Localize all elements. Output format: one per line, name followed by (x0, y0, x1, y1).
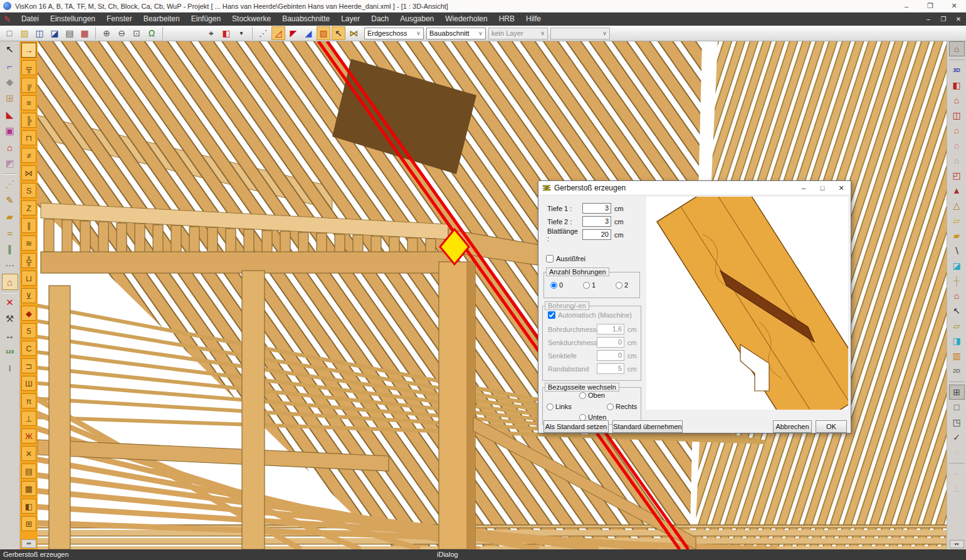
layout-split-icon[interactable]: ◳ (949, 415, 965, 430)
new-file-icon[interactable]: □ (3, 26, 16, 40)
butt-joint-icon[interactable]: ⊥ (21, 411, 36, 426)
pipe-grayed-icon[interactable]: ⌐ (949, 466, 965, 481)
select-cursor-icon[interactable]: ↖ (2, 41, 18, 58)
layout-check-icon[interactable]: ✓ (949, 430, 965, 445)
portal-joint-icon[interactable]: π (21, 393, 36, 408)
floorplan-tool-icon[interactable]: ◣ (2, 106, 18, 123)
layout-single-icon[interactable]: □ (949, 400, 965, 415)
house-roof-icon[interactable]: ⌂ (949, 123, 965, 138)
truss-red-icon[interactable]: ▲ (949, 183, 965, 198)
cross-lap-icon[interactable]: ╬ (21, 253, 36, 268)
joint-toolbar-scroll-down[interactable]: ▾▾ (21, 539, 36, 548)
view-3d-icon[interactable]: 3D (949, 63, 965, 78)
section-cut-tool-icon[interactable]: ◿ (271, 26, 285, 40)
house-beam-tool-icon[interactable]: ⌂ (2, 274, 18, 290)
glass-panel-icon[interactable]: ◪ (949, 258, 965, 273)
slope-tool-icon[interactable]: ◢ (302, 26, 315, 40)
ok-button[interactable]: OK (816, 420, 847, 433)
print-icon[interactable]: ▦ (78, 26, 92, 40)
abbrechen-button[interactable]: Abbrechen (773, 420, 812, 433)
window-close-button[interactable]: ✕ (942, 0, 966, 13)
menu-item[interactable]: Datei (16, 13, 45, 26)
component-list-icon[interactable]: ⋈ (347, 26, 360, 40)
numbering-tool-icon[interactable]: 123 (2, 343, 18, 360)
bohrungen-count-radio[interactable]: 1 (583, 281, 596, 289)
menu-item[interactable]: Ausgaben (394, 13, 439, 26)
menu-item[interactable]: Stockwerke (226, 13, 276, 26)
house-wire-icon[interactable]: ⌂ (949, 138, 965, 153)
half-plate-icon[interactable]: ◧ (21, 499, 36, 514)
wall-tool-icon[interactable]: ⌐ (2, 58, 18, 74)
window-select-icon[interactable]: ↖ (949, 303, 965, 318)
right-toolbar-scroll-down[interactable]: ▾▾ (950, 540, 964, 548)
sep-1[interactable] (949, 56, 965, 60)
menu-item[interactable]: Fenster (101, 13, 138, 26)
extra-select[interactable]: ∨ (550, 28, 610, 39)
bohrungen-count-radio[interactable]: 0 (550, 281, 563, 289)
automatisch-checkbox[interactable]: Automatisch (Maschine) (548, 311, 632, 319)
mdi-minimize-button[interactable]: – (921, 16, 936, 23)
diagonal-line-icon[interactable]: ∖ (949, 243, 965, 258)
print-preview-icon[interactable]: ▤ (63, 26, 76, 40)
vee-joint-icon[interactable]: ⊻ (21, 288, 36, 303)
sep-2[interactable] (949, 378, 965, 382)
layout-circle-icon[interactable]: ○ (949, 445, 965, 460)
menu-item[interactable]: Wiederholen (439, 13, 493, 26)
value-input[interactable]: 3 (582, 216, 611, 227)
housing-joint-icon[interactable]: ⊐ (21, 358, 36, 373)
sep-3[interactable] (949, 460, 965, 464)
menu-item[interactable]: Hilfe (520, 13, 547, 26)
profile-cut-icon[interactable]: 5 (21, 323, 36, 338)
corner-joint-icon[interactable]: ╔ (21, 78, 36, 93)
cut-joint-icon[interactable]: ✕ (21, 446, 36, 461)
delete-tool-icon[interactable]: ✕ (2, 294, 18, 311)
mortise-icon[interactable]: ⊔ (21, 271, 36, 286)
als-standard-setzen-button[interactable]: Als Standard setzen (543, 420, 609, 433)
double-cut-icon[interactable]: ∥ (21, 218, 36, 233)
plate-joint-icon[interactable]: ▤ (21, 464, 36, 479)
bezug-links-radio[interactable]: Links (547, 403, 572, 410)
bridle-joint-icon[interactable]: ⊓ (21, 130, 36, 145)
render-settings-icon[interactable]: ◨ (949, 333, 965, 348)
helper-line-tool-icon[interactable]: ⋯ (2, 257, 18, 274)
batten-tool-icon[interactable]: ∥ (2, 241, 18, 257)
value-input[interactable]: 3 (582, 203, 611, 214)
menu-item[interactable]: HRB (493, 13, 520, 26)
center-view-icon[interactable]: ⌖ (204, 26, 218, 40)
pick-tool-icon[interactable]: ◩ (2, 155, 18, 172)
menu-item[interactable]: Einfügen (186, 13, 226, 26)
diamond-notch-icon[interactable]: ◆ (21, 306, 36, 321)
menu-item[interactable]: Dach (365, 13, 394, 26)
menu-item[interactable]: Einstellungen (45, 13, 101, 26)
save-icon[interactable]: ◫ (33, 26, 46, 40)
grid-plate-icon[interactable]: ▦ (21, 481, 36, 496)
level-grayed-icon[interactable]: ⊥ (949, 481, 965, 496)
rotate-2d-icon[interactable]: 2D (949, 363, 965, 378)
window-tool-icon[interactable]: ⊞ (2, 90, 18, 106)
arc-roof-tool-icon[interactable]: ≈ (2, 225, 18, 241)
dialog-close-button[interactable]: ✕ (832, 181, 851, 195)
stack-joint-icon[interactable]: ⊞ (21, 516, 36, 531)
truss-frame-icon[interactable]: △ (949, 198, 965, 213)
bohrungen-count-radio[interactable]: 2 (616, 281, 628, 289)
zoom-in-icon[interactable]: ⊕ (100, 26, 113, 40)
section-flag-tool-icon[interactable]: ◤ (286, 26, 300, 40)
lap-layers-icon[interactable]: ≡ (21, 95, 36, 110)
tenon-joint-icon[interactable]: ╦ (21, 60, 36, 75)
dimension-tool-icon[interactable]: ↔ (2, 327, 18, 343)
repair-tool-icon[interactable]: ⚒ (2, 311, 18, 327)
value-input[interactable]: 20 (582, 229, 611, 240)
bezug-oben-radio[interactable]: Oben (579, 391, 605, 399)
bezug-rechts-radio[interactable]: Rechts (607, 403, 637, 410)
halved-joint-icon[interactable]: ≠ (21, 148, 36, 163)
scarf-joint-tool-icon[interactable]: → (21, 43, 36, 58)
wave-joint-icon[interactable]: ≋ (21, 236, 36, 251)
render-house-icon[interactable]: ⌂ (949, 41, 965, 56)
view-cube-icon[interactable]: ◧ (219, 26, 233, 40)
measure-line-icon[interactable]: ⋰ (256, 26, 270, 40)
cross-joint-icon[interactable]: ╠ (21, 113, 36, 128)
menu-item[interactable]: Layer (335, 13, 365, 26)
window-restore-button[interactable]: ❐ (918, 0, 942, 13)
draw-beam-tool-icon[interactable]: ✎ (2, 192, 18, 209)
z-lap-joint-icon[interactable]: Z (21, 200, 36, 215)
